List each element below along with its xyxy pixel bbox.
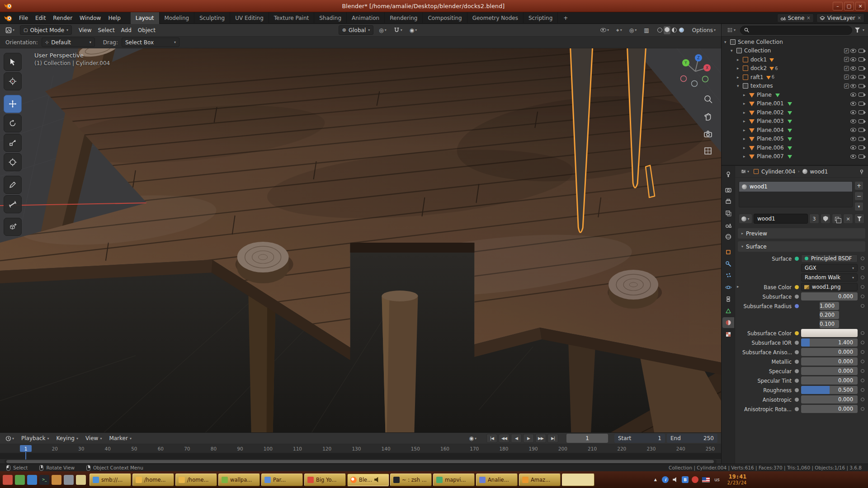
value-field[interactable]: 0.000: [801, 376, 858, 385]
disable-in-renders-toggle[interactable]: [859, 75, 864, 79]
3d-viewport[interactable]: User Perspective (1) Collection | Cylind…: [0, 48, 721, 432]
outliner-row[interactable]: ▾ Scene Collection ✓: [722, 38, 868, 47]
taskbar-launcher-icon[interactable]: [3, 475, 13, 485]
annotate-tool[interactable]: [4, 176, 22, 194]
browse-material-dropdown[interactable]: ▾: [739, 214, 752, 224]
workspace-tab[interactable]: UV Editing: [230, 12, 269, 24]
taskbar-launcher-icon[interactable]: [27, 475, 37, 485]
tray-icon[interactable]: [682, 476, 689, 483]
outliner-row[interactable]: ▸ Plane.007 ✓: [722, 152, 868, 161]
taskbar-launcher-icon[interactable]: [76, 475, 86, 485]
cursor-tool[interactable]: [4, 72, 22, 90]
decorator-dot[interactable]: [861, 379, 864, 382]
disclosure-arrow[interactable]: ▾: [737, 84, 743, 88]
slot-specials-menu[interactable]: ▾: [854, 202, 863, 211]
hide-in-viewport-toggle[interactable]: [850, 145, 856, 150]
dropdown-field[interactable]: Random Walk▾: [801, 273, 858, 282]
outliner-row[interactable]: ▸ Plane.003 ✓: [722, 117, 868, 126]
drag-setting-dropdown[interactable]: Select Box▾: [122, 38, 179, 47]
add-slot-button[interactable]: +: [854, 181, 863, 190]
auto-keying-toggle[interactable]: ◉▾: [467, 435, 479, 441]
frame-end-field[interactable]: End 250: [667, 434, 717, 443]
workspace-tab[interactable]: Animation: [347, 12, 385, 24]
breadcrumb-material[interactable]: wood1: [810, 169, 828, 175]
close-button[interactable]: ×: [855, 2, 865, 10]
timeline-ruler[interactable]: 1020304050607080901001101201301401501601…: [0, 444, 721, 453]
disclosure-arrow[interactable]: ▸: [737, 57, 743, 62]
viewport-menu-item[interactable]: Object: [135, 26, 159, 35]
tab-material[interactable]: [722, 317, 734, 328]
tray-icon[interactable]: [662, 476, 669, 483]
disclosure-arrow[interactable]: ▸: [737, 66, 743, 70]
taskbar-window-button[interactable]: wallpa...: [218, 474, 260, 486]
keyboard-flag-icon[interactable]: [702, 477, 710, 483]
taskbar-window-button[interactable]: [562, 474, 594, 486]
decorator-dot[interactable]: [861, 266, 864, 270]
expand-arrow[interactable]: ▸: [737, 283, 742, 289]
current-frame-indicator[interactable]: 1: [20, 445, 32, 452]
item-label[interactable]: Plane.007: [757, 153, 784, 160]
disable-in-renders-toggle[interactable]: [859, 155, 864, 159]
disclosure-arrow[interactable]: ▸: [743, 136, 749, 141]
value-field[interactable]: 0.000: [801, 348, 858, 356]
unlink-viewlayer-icon[interactable]: ×: [858, 15, 861, 20]
material-users-button[interactable]: 3: [809, 214, 819, 224]
material-filter-icon[interactable]: [854, 214, 864, 224]
timeline-tracks[interactable]: [0, 453, 721, 459]
item-label[interactable]: Plane.003: [757, 118, 784, 124]
workspace-tab[interactable]: Sculpting: [194, 12, 230, 24]
jump-to-end-button[interactable]: ▶|: [547, 434, 558, 443]
selectable-checkbox[interactable]: ✓: [844, 75, 849, 80]
measure-tool[interactable]: [4, 195, 22, 213]
move-tool[interactable]: [4, 95, 22, 113]
outliner-row[interactable]: ▾ textures ✓: [722, 82, 868, 91]
tray-icon[interactable]: [672, 476, 679, 483]
tab-constraints[interactable]: [722, 294, 734, 305]
item-label[interactable]: Plane.004: [757, 127, 784, 133]
new-material-button[interactable]: [832, 214, 842, 224]
maximize-button[interactable]: ▢: [844, 2, 854, 10]
scene-selector[interactable]: Scene ×: [777, 14, 814, 23]
dropdown-field[interactable]: GGX▾: [801, 264, 858, 272]
camera-view-icon[interactable]: [702, 128, 714, 140]
hide-in-viewport-toggle[interactable]: [850, 155, 856, 159]
timeline-editor-dropdown[interactable]: ▾: [4, 436, 16, 441]
material-slot-active[interactable]: wood1: [739, 182, 852, 192]
vector-field[interactable]: 1.000 0.200 0.100: [801, 302, 858, 328]
workspace-tab[interactable]: Rendering: [385, 12, 423, 24]
disable-in-renders-toggle[interactable]: [859, 137, 864, 141]
navigation-gizmo[interactable]: Y Z X: [675, 51, 716, 92]
menu-item[interactable]: Edit: [32, 14, 49, 23]
disclosure-arrow[interactable]: ▸: [743, 101, 749, 106]
color-swatch[interactable]: [801, 329, 858, 337]
gizmos-dropdown[interactable]: ⌖▾: [614, 27, 624, 33]
disable-in-renders-toggle[interactable]: [859, 93, 864, 97]
decorator-dot[interactable]: [861, 388, 864, 392]
decorator-dot[interactable]: [861, 257, 864, 260]
disclosure-arrow[interactable]: ▸: [743, 93, 749, 97]
workspace-tab[interactable]: Compositing: [423, 12, 467, 24]
menu-item[interactable]: Help: [104, 14, 124, 23]
menu-item[interactable]: Window: [76, 14, 104, 23]
toggle-perspective-icon[interactable]: [702, 145, 714, 157]
add-workspace-button[interactable]: +: [559, 15, 572, 21]
unlink-material-button[interactable]: ×: [843, 214, 853, 224]
properties-editor-dropdown[interactable]: ▾: [739, 169, 751, 174]
scale-tool[interactable]: [4, 134, 22, 152]
disable-in-renders-toggle[interactable]: [859, 66, 864, 70]
taskbar-launcher-icon[interactable]: [15, 475, 25, 485]
decorator-dot[interactable]: [861, 285, 864, 289]
menu-item[interactable]: Render: [49, 14, 76, 23]
shader-node-button[interactable]: Principled BSDF: [801, 254, 858, 263]
material-name-field[interactable]: wood1: [754, 214, 808, 224]
snap-toggle[interactable]: ▾: [392, 27, 404, 33]
hide-in-viewport-toggle[interactable]: [850, 84, 856, 88]
tray-icon[interactable]: [692, 476, 698, 483]
decorator-dot[interactable]: [861, 331, 864, 335]
tab-texture[interactable]: [722, 329, 734, 340]
value-field[interactable]: 0.000: [801, 357, 858, 366]
wireframe-shading-button[interactable]: [657, 28, 662, 33]
item-label[interactable]: dock1: [750, 56, 767, 63]
disable-in-renders-toggle[interactable]: [859, 119, 864, 123]
surface-panel-header[interactable]: ▾Surface: [738, 241, 865, 252]
